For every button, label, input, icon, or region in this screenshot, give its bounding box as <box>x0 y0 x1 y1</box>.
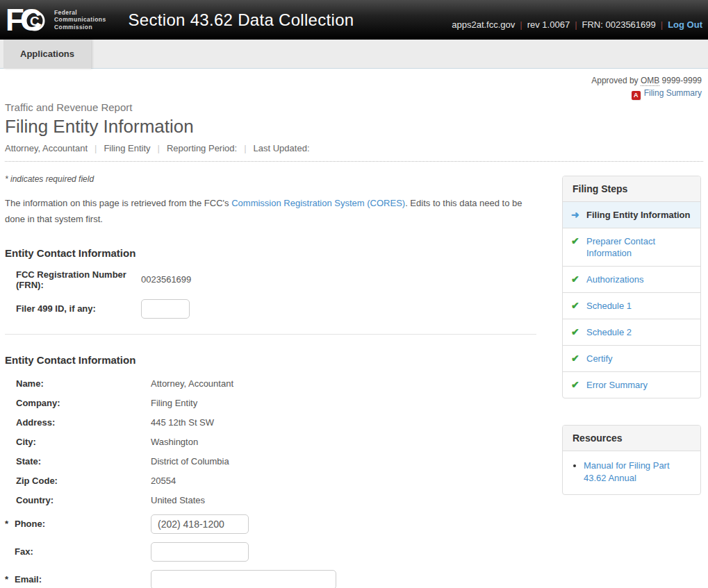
required-field-note: * indicates required field <box>5 174 536 184</box>
filer-499-input[interactable] <box>141 299 190 319</box>
filer-499-row: Filer 499 ID, if any: <box>5 299 536 319</box>
app-header: F C C Federal Communications Commission … <box>0 0 708 40</box>
cores-link[interactable]: Commission Registration System (CORES) <box>231 198 405 208</box>
address-label: Address: <box>5 417 151 428</box>
step-link[interactable]: Authorizations <box>586 274 643 285</box>
step-preparer-contact-information[interactable]: ✔ Preparer Contact Information <box>563 228 700 267</box>
step-label: Filing Entity Information <box>586 209 691 221</box>
meta-separator: | <box>520 19 522 30</box>
cores-info-pre: The information on this page is retrieve… <box>5 198 231 208</box>
phone-input[interactable] <box>151 514 249 534</box>
email-required-star: * <box>5 574 15 585</box>
country-value: United States <box>151 495 205 505</box>
resources-panel: Resources Manual for Filing Part 43.62 A… <box>562 425 701 495</box>
check-icon: ✔ <box>571 300 586 312</box>
breadcrumb: Attorney, Accountant|Filing Entity|Repor… <box>5 143 703 162</box>
check-icon: ✔ <box>571 379 586 391</box>
state-row: State: District of Columbia <box>5 456 536 467</box>
main-column: * indicates required field The informati… <box>5 162 536 588</box>
filer-499-label: Filer 499 ID, if any: <box>5 303 141 314</box>
step-link[interactable]: Error Summary <box>586 379 648 391</box>
phone-required-star: * <box>5 519 15 529</box>
omb-prefix: Approved by <box>591 76 641 85</box>
country-row: Country: United States <box>5 495 536 505</box>
step-authorizations[interactable]: ✔ Authorizations <box>563 267 700 293</box>
filing-summary-link[interactable]: Filing Summary <box>644 88 702 98</box>
meta-separator: | <box>661 19 663 30</box>
logout-link[interactable]: Log Out <box>668 19 702 30</box>
phone-label: Phone: <box>15 519 151 529</box>
company-row: Company: Filing Entity <box>5 398 536 408</box>
current-step-arrow-icon: ➜ <box>571 209 586 221</box>
filing-steps-list: ➜ Filing Entity Information ✔ Preparer C… <box>563 202 700 398</box>
content: Approved by OMB 9999-9999 AFiling Summar… <box>0 69 708 588</box>
omb-number: 9999-9999 <box>659 76 702 85</box>
email-row: * Email: <box>5 570 536 588</box>
name-value: Attorney, Accountant <box>151 378 233 389</box>
step-link[interactable]: Schedule 1 <box>586 300 632 312</box>
step-error-summary[interactable]: ✔ Error Summary <box>563 372 700 398</box>
svg-text:C: C <box>30 14 40 28</box>
address-row: Address: 445 12th St SW <box>5 417 536 428</box>
omb-approval-note: Approved by OMB 9999-9999 <box>5 69 703 85</box>
resources-title: Resources <box>563 426 700 451</box>
breadcrumb-separator: | <box>158 143 160 153</box>
rev-label: rev 1.0067 <box>527 19 570 30</box>
country-label: Country: <box>5 495 151 505</box>
zip-value: 20554 <box>151 476 176 486</box>
name-label: Name: <box>5 378 151 389</box>
frn-value: 0023561699 <box>141 274 191 285</box>
step-link[interactable]: Schedule 2 <box>586 326 632 338</box>
fax-input[interactable] <box>151 542 249 562</box>
app-title: Section 43.62 Data Collection <box>129 10 354 30</box>
breadcrumb-item: Reporting Period: <box>167 143 237 153</box>
entity-contact-heading-2: Entity Contact Information <box>5 354 536 366</box>
city-value: Washington <box>151 437 198 447</box>
breadcrumb-item: Last Updated: <box>254 143 310 153</box>
address-value: 445 12th St SW <box>151 417 214 428</box>
email-input[interactable] <box>151 570 336 588</box>
fax-row: Fax: <box>5 542 536 562</box>
tab-bar: Applications <box>0 40 708 69</box>
step-schedule-2[interactable]: ✔ Schedule 2 <box>563 319 700 346</box>
omb-abbr: OMB <box>641 76 659 86</box>
manual-link[interactable]: Manual for Filing Part 43.62 Annual <box>584 460 670 483</box>
fcc-logo-icon: F C C <box>6 6 47 35</box>
step-filing-entity-information[interactable]: ➜ Filing Entity Information <box>563 202 700 228</box>
resource-item: Manual for Filing Part 43.62 Annual <box>584 460 692 485</box>
report-title: Traffic and Revenue Report <box>5 101 703 113</box>
sidebar: Filing Steps ➜ Filing Entity Information… <box>562 176 701 588</box>
check-icon: ✔ <box>571 235 586 247</box>
frn-row: FCC Registration Number (FRN): 002356169… <box>5 269 536 290</box>
email-label: Email: <box>15 574 151 585</box>
breadcrumb-separator: | <box>244 143 246 153</box>
breadcrumb-item: Attorney, Accountant <box>5 143 88 153</box>
step-link[interactable]: Certify <box>586 353 613 364</box>
company-value: Filing Entity <box>151 398 197 408</box>
fax-label: Fax: <box>15 546 151 557</box>
state-label: State: <box>5 456 151 467</box>
pdf-icon: A <box>632 91 641 100</box>
state-value: District of Columbia <box>151 456 229 467</box>
cores-info-paragraph: The information on this page is retrieve… <box>5 196 533 228</box>
step-link[interactable]: Preparer Contact Information <box>586 235 693 259</box>
check-icon: ✔ <box>571 274 586 285</box>
header-meta: apps2at.fcc.gov|rev 1.0067|FRN: 00235616… <box>452 19 702 30</box>
filing-steps-panel: Filing Steps ➜ Filing Entity Information… <box>562 176 701 398</box>
filing-summary-line: AFiling Summary <box>5 85 703 100</box>
check-icon: ✔ <box>571 353 586 364</box>
page: F C C Federal Communications Commission … <box>0 0 708 588</box>
step-schedule-1[interactable]: ✔ Schedule 1 <box>563 293 700 319</box>
city-label: City: <box>5 437 151 447</box>
tab-applications[interactable]: Applications <box>3 40 91 69</box>
check-icon: ✔ <box>571 326 586 338</box>
breadcrumb-separator: | <box>94 143 97 153</box>
company-label: Company: <box>5 398 151 408</box>
section-divider <box>5 334 536 335</box>
frn-label: FCC Registration Number (FRN): <box>5 269 141 290</box>
city-row: City: Washington <box>5 437 536 447</box>
name-row: Name: Attorney, Accountant <box>5 378 536 389</box>
breadcrumb-item: Filing Entity <box>104 143 150 153</box>
step-certify[interactable]: ✔ Certify <box>563 346 700 372</box>
phone-row: * Phone: <box>5 514 536 534</box>
